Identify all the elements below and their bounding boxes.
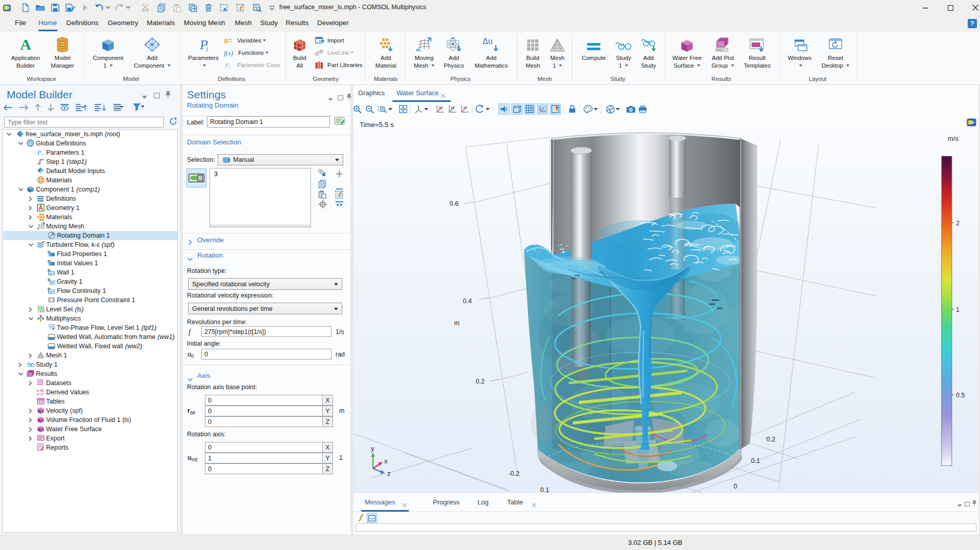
svg-text:-0.2: -0.2 [508, 470, 519, 477]
svg-text:a=: a= [224, 37, 232, 45]
svg-text:e-12: e-12 [37, 392, 44, 396]
svg-text:0.1: 0.1 [540, 486, 549, 493]
svg-text:0.1: 0.1 [751, 457, 760, 464]
svg-text:f(x): f(x) [224, 49, 233, 57]
svg-text:0.4: 0.4 [463, 298, 472, 305]
svg-text:m/s: m/s [948, 135, 958, 142]
svg-text:DC: DC [49, 291, 53, 294]
svg-text:yz: yz [451, 105, 455, 110]
svg-text:0.5: 0.5 [956, 392, 965, 399]
svg-text:P: P [37, 149, 41, 156]
svg-text:Δu: Δu [483, 37, 493, 46]
svg-text:y: y [371, 445, 374, 452]
svg-text:i: i [41, 152, 43, 156]
svg-text:2: 2 [956, 220, 960, 227]
svg-text:Time=5.5 s: Time=5.5 s [360, 121, 394, 129]
svg-text:8.85: 8.85 [37, 389, 44, 392]
svg-text:0: 0 [734, 483, 737, 490]
svg-text:0.6: 0.6 [450, 200, 458, 207]
svg-text:P: P [224, 61, 229, 69]
svg-text:x: x [384, 457, 388, 465]
svg-text:z: z [387, 470, 391, 477]
svg-text:xz: xz [463, 105, 467, 110]
svg-text:i: i [229, 65, 231, 69]
svg-text:1: 1 [956, 306, 960, 313]
svg-text:i: i [206, 45, 208, 52]
svg-text:A: A [20, 37, 31, 52]
svg-text:0.2: 0.2 [766, 436, 775, 443]
svg-text:xy: xy [439, 105, 443, 110]
svg-text:m: m [454, 320, 460, 327]
svg-text:0.2: 0.2 [476, 378, 485, 385]
svg-text:D: D [48, 278, 51, 282]
svg-text:DC: DC [49, 272, 53, 276]
